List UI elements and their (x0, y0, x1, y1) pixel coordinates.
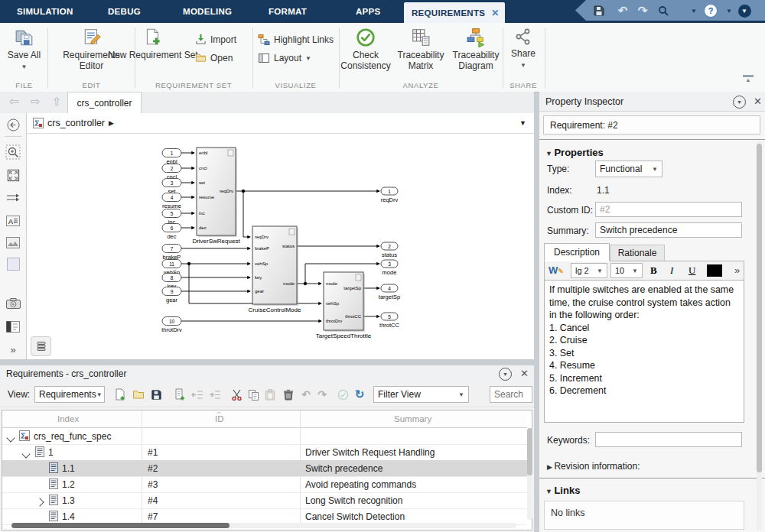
panel-collapse-button[interactable]: ▼ (733, 96, 746, 109)
outport-3[interactable]: 3mode (381, 260, 398, 276)
inport-2[interactable]: 2cncl (162, 164, 181, 180)
close-requirements-tab-icon[interactable]: ✕ (491, 8, 499, 18)
annotation-button[interactable]: A (5, 212, 21, 229)
inport-3[interactable]: 3set (162, 179, 181, 195)
save-button[interactable] (591, 2, 607, 19)
outport-2[interactable]: 2status (381, 242, 398, 258)
tab-rationale[interactable]: Rationale (610, 245, 665, 261)
paste-button[interactable] (262, 386, 278, 403)
zoom-region-button[interactable] (5, 144, 21, 161)
menu-tab-simulation[interactable]: SIMULATION (17, 0, 73, 23)
summary-field[interactable] (595, 222, 742, 238)
help-button[interactable]: ? (702, 2, 719, 19)
model-canvas[interactable]: crs_controller ▶ ▼ (27, 113, 534, 359)
viewmarks-button[interactable] (5, 318, 21, 335)
undo-button[interactable]: ↶ (614, 2, 631, 19)
inport-1[interactable]: 1enbl (162, 149, 181, 165)
auto-arrange-button[interactable] (5, 190, 21, 206)
scrollbar-thumb[interactable] (757, 144, 762, 472)
links-section-header[interactable]: ▼ Links (545, 483, 580, 497)
inport-4[interactable]: 4resume (162, 193, 181, 209)
scrollbar-thumb[interactable] (527, 428, 532, 475)
underline-button[interactable]: U (688, 264, 695, 277)
collapse-ribbon-button[interactable]: ▲ (742, 75, 754, 83)
import-button[interactable]: Import (195, 34, 236, 45)
outport-1[interactable]: 1reqDrv (381, 187, 399, 203)
panel-close-button[interactable]: ✕ (754, 96, 762, 107)
expander-icon[interactable] (23, 449, 29, 459)
help-dropdown-button[interactable]: ▼ (721, 2, 737, 19)
revision-information-toggle[interactable]: ▶ Revision information: (547, 459, 640, 472)
word-edit-icon[interactable]: W✎ (549, 264, 564, 276)
inport-10[interactable]: 10throtDrv (161, 317, 182, 333)
column-header-summary[interactable]: Summary (394, 414, 431, 423)
menu-tab-apps[interactable]: APPS (356, 0, 381, 23)
panel-collapse-button[interactable]: ▼ (499, 368, 512, 381)
expand-palette-button[interactable]: » (5, 341, 21, 358)
inport-7[interactable]: 7brakeP (162, 245, 181, 261)
open-toolbar-button[interactable] (130, 386, 147, 403)
block-diagram[interactable]: 1enbl 2cncl 3set 4resume 5inc 6dec 7brak… (27, 134, 534, 359)
breadcrumb-model-name[interactable]: crs_controller (47, 118, 105, 128)
filter-view-select[interactable]: Filter View▼ (373, 386, 469, 403)
search-button[interactable] (655, 2, 672, 19)
delete-button[interactable] (280, 386, 297, 403)
fit-to-view-button[interactable] (5, 167, 21, 183)
toolbar-overflow-button[interactable]: » (734, 264, 740, 276)
italic-button[interactable]: I (670, 264, 673, 277)
font-style-select[interactable]: lg 2▼ (571, 263, 607, 278)
expander-icon[interactable] (37, 497, 43, 508)
hide-data-browser-button[interactable] (31, 336, 51, 356)
search-input[interactable] (490, 386, 532, 403)
refresh-button[interactable]: ↻ (351, 386, 368, 403)
bold-button[interactable]: B (650, 264, 657, 277)
layout-button[interactable]: Layout ▼ (258, 52, 311, 64)
traceability-matrix-button[interactable]: Traceability Matrix (393, 28, 448, 71)
redo-button[interactable]: ↷ (634, 2, 651, 19)
demote-requirement-button[interactable] (207, 386, 223, 403)
save-toolbar-button[interactable] (148, 386, 164, 403)
inport-5[interactable]: 5inc (162, 209, 181, 225)
inport-6[interactable]: 6dec (162, 224, 181, 240)
save-all-button[interactable]: Save All ▼ (3, 28, 45, 73)
expander-icon[interactable] (8, 433, 14, 443)
outport-5[interactable]: 5throtCC (379, 313, 399, 329)
block-targetspeedthrottle[interactable]: mode vehSp throtDrv targetSp throtCC Tar… (316, 272, 372, 339)
back-arrow-icon[interactable]: ⇦ (9, 95, 19, 109)
minimize-toolstrip-button[interactable]: ▼ (736, 2, 753, 19)
font-size-select[interactable]: 10▼ (610, 263, 643, 278)
outport-4[interactable]: 4targetSp (379, 284, 400, 300)
vertical-scrollbar[interactable] (527, 428, 532, 520)
undo-toolbar-button[interactable]: ↶ (298, 386, 314, 403)
tab-description[interactable]: Description (544, 243, 610, 261)
table-row[interactable]: crs_req_func_spec (2, 428, 527, 445)
table-row-selected[interactable]: 1.1 #2 Switch precedence (2, 460, 527, 477)
keywords-field[interactable] (595, 432, 742, 447)
forward-arrow-icon[interactable]: ⇨ (31, 95, 41, 109)
view-select[interactable]: Requirements▼ (34, 386, 105, 403)
hide-explorer-button[interactable] (5, 116, 21, 133)
inport-9[interactable]: 9gear (162, 287, 181, 303)
traceability-diagram-button[interactable]: Traceability Diagram (448, 28, 503, 71)
column-header-index[interactable]: Index (57, 414, 79, 423)
menu-tab-debug[interactable]: DEBUG (108, 0, 141, 23)
table-row[interactable]: 1.3 #4 Long Switch recognition (2, 492, 527, 509)
block-cruisecontrolmode[interactable]: reqDrv brakeP vehSp key gear status mode… (249, 226, 301, 313)
type-select[interactable]: Functional▼ (595, 161, 662, 177)
promote-requirement-button[interactable] (189, 386, 206, 403)
open-button[interactable]: Open (195, 52, 233, 63)
description-editor[interactable]: If multiple switches are enabled at the … (544, 280, 744, 423)
check-consistency-button[interactable]: Check Consistency (339, 28, 392, 71)
image-button[interactable] (5, 234, 21, 251)
screenshot-button[interactable] (5, 295, 21, 312)
table-row[interactable]: 1.2 #3 Avoid repeating commands (2, 476, 527, 493)
properties-section-header[interactable]: ▼ Properties (545, 145, 604, 159)
share-button[interactable]: Share ▼ (505, 28, 542, 71)
menu-tab-requirements[interactable]: REQUIREMENTS ✕ (404, 2, 505, 23)
font-color-swatch[interactable] (707, 264, 722, 277)
panel-close-button[interactable]: ✕ (520, 368, 529, 379)
block-driverswrequest[interactable]: enbl cncl set resume inc dec reqDrv Driv… (192, 148, 240, 245)
menu-tab-modeling[interactable]: MODELING (183, 0, 232, 23)
add-requirement-button[interactable] (171, 386, 188, 403)
table-row[interactable]: 1 #1 Driver Switch Request Handling (2, 444, 527, 461)
